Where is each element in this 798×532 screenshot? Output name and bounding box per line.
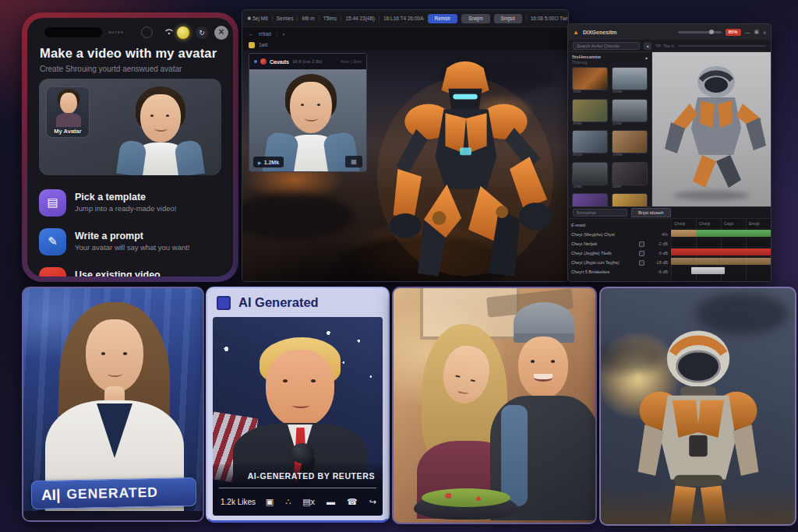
footer-divider — [219, 488, 376, 488]
props-tab[interactable]: Bnjsi tduseh — [631, 208, 671, 217]
jacket-shape — [116, 139, 147, 175]
suit-robot-illustration — [622, 325, 775, 524]
menu-item[interactable]: T5lmc — [319, 16, 337, 21]
scrub-line[interactable] — [678, 45, 766, 47]
asset-thumbnail[interactable] — [572, 67, 608, 90]
search-icon[interactable]: ● — [644, 42, 651, 50]
layout-icon[interactable]: ▣ — [754, 29, 760, 35]
asset-thumbnail[interactable] — [612, 162, 648, 185]
option-use-existing-video[interactable]: ▶ Use existing video Put your avatar int… — [39, 262, 226, 277]
timeline-track[interactable] — [671, 238, 771, 247]
smile-shape — [534, 374, 553, 382]
timeline-track[interactable] — [671, 266, 771, 275]
prop-label: Cheyt (Jhyjst curt Teyjhe) — [571, 260, 636, 265]
asset-thumbnail[interactable] — [572, 130, 608, 153]
share-graph-icon[interactable]: ∴ — [285, 497, 291, 507]
phone-mockup: aures ↻ × Make a video with my avatar Cr… — [22, 12, 238, 282]
thumbnail-grid: Vmte 5tmse Amjet 5yhse Mmjet Vyhse Smjet… — [572, 67, 648, 221]
tertiary-button[interactable]: Smjsd — [494, 14, 522, 23]
prop-label: Cheyt (Weyjche) Chysl — [571, 232, 644, 237]
option-desc: Your avatar will say what you want! — [75, 243, 190, 252]
mini-timeline[interactable]: Chsnjl Chsnjl Cstjsl Emsjlt — [671, 219, 771, 281]
action-icons: ▣ ∴ ▤x ▬ ☎ ↪ — [266, 497, 376, 507]
clip-segment[interactable] — [697, 230, 771, 237]
image-x-icon[interactable]: ▤x — [302, 497, 315, 507]
asset-thumbnail[interactable] — [612, 99, 648, 122]
menu-item[interactable]: ✱ 5ej M6 — [247, 16, 268, 22]
options-icon[interactable]: ± — [763, 30, 766, 35]
sheet-title: Make a video with my avatar — [40, 46, 217, 61]
render-button[interactable]: Remsir — [428, 14, 458, 23]
avatar-preview-card[interactable]: My Avatar — [39, 79, 221, 175]
refresh-button[interactable]: ↻ — [196, 26, 208, 39]
avatar-thumb-photo — [51, 89, 86, 126]
filter-label: TP: Tks-b — [655, 44, 674, 48]
menu-item[interactable]: Semies — [272, 16, 294, 21]
preview-robot-illustration — [659, 55, 768, 203]
timeline-track[interactable] — [671, 247, 771, 256]
menu-item[interactable]: M6 m — [297, 16, 314, 21]
minimize-icon[interactable]: — — [745, 30, 750, 35]
header-slider[interactable] — [678, 31, 722, 33]
nav-dot-icon[interactable]: ● — [282, 31, 285, 37]
clip-segment[interactable] — [671, 230, 697, 237]
comment-icon[interactable]: ▬ — [327, 497, 335, 507]
shirt-shape — [56, 113, 81, 127]
asset-thumbnail[interactable] — [572, 162, 608, 185]
thumb-caption: 5tmse — [613, 90, 648, 94]
sidebar-header: 5tsHmsamtw ▴ — [572, 55, 648, 60]
face-shape — [266, 350, 334, 428]
prop-checkbox[interactable] — [639, 260, 644, 266]
option-pick-template[interactable]: ▤ Pick a template Jump into a ready-made… — [39, 185, 226, 220]
option-write-prompt[interactable]: ✎ Write a prompt Your avatar will say wh… — [39, 224, 226, 259]
layer-label: 1wti — [259, 42, 268, 48]
my-avatar-thumbnail[interactable]: My Avatar — [46, 86, 90, 138]
editor-canvas[interactable]: Cavads 16:9 (ms 2:9b) 4ms | 3wb — [242, 50, 568, 281]
gallery-icon[interactable]: ▣ — [266, 497, 274, 507]
layer-color-swatch[interactable] — [249, 42, 255, 48]
face-shape — [86, 319, 143, 393]
close-icon[interactable]: × — [214, 26, 228, 40]
avatar-man-photo — [114, 85, 207, 175]
panel-body: 5tsHmsamtw ▴ Thsmsg Vmte 5tmse Amjet 5yh… — [568, 52, 771, 206]
thumb-caption: Amjet — [573, 122, 608, 126]
face-shape — [518, 336, 568, 399]
secondary-button[interactable]: Snajm — [461, 14, 489, 23]
slider-knob[interactable] — [709, 30, 714, 34]
timeline-track[interactable] — [671, 256, 771, 266]
video-editor-window: ✱ 5ej M6 Semies M6 m T5lmc 15:44 23(4B) … — [242, 9, 569, 282]
template-icon: ▤ — [39, 189, 66, 217]
props-tabrow: 5mmjsmjs Bnjsi tduseh — [568, 207, 771, 219]
rock-shape — [242, 193, 354, 240]
prop-value: 4% — [648, 232, 668, 237]
call-icon[interactable]: ☎ — [347, 497, 358, 507]
asset-thumbnail[interactable] — [612, 67, 648, 90]
webcam-titlebar[interactable]: Cavads 16:9 (ms 2:9b) 4ms | 3wb — [249, 54, 366, 69]
editor-menubar: ✱ 5ej M6 Semies M6 m T5lmc 15:44 23(4B) … — [242, 10, 568, 27]
props-field[interactable]: 5mmjsmjs — [573, 209, 627, 217]
option-title: Pick a template — [75, 192, 176, 204]
asset-preview[interactable] — [652, 52, 771, 206]
share-icon[interactable]: ↪ — [369, 497, 376, 507]
back-arrow-icon[interactable]: ← — [249, 31, 254, 37]
prop-checkbox[interactable] — [639, 251, 644, 256]
prop-checkbox[interactable] — [639, 241, 644, 247]
asset-thumbnail[interactable] — [572, 99, 608, 122]
ai-checkbox-icon[interactable] — [217, 296, 231, 310]
timeline-track[interactable] — [671, 228, 771, 238]
clip-segment[interactable] — [671, 248, 771, 255]
record-ring-icon — [141, 26, 153, 38]
collapse-icon[interactable]: ▴ — [645, 55, 648, 60]
ai-generated-banner: AI| GENERATED — [31, 477, 197, 509]
clip-segment[interactable] — [671, 258, 771, 265]
record-icon — [260, 58, 267, 65]
prop-label: Cheyt (Jeyjjhe) Tkelb — [571, 251, 636, 255]
asset-thumbnail[interactable] — [612, 130, 648, 153]
yellow-status-dot[interactable] — [177, 26, 189, 39]
prop-row: Cheyt (Jeyjjhe) Tkelb -9 dB — [571, 248, 668, 258]
webcam-title: Cavads — [270, 59, 289, 65]
scrollbar-handle[interactable] — [691, 267, 726, 274]
corner-grid-icon[interactable]: ▦ — [345, 156, 362, 167]
search-input[interactable]: Search An4er Chsnnls — [573, 42, 640, 50]
mouth-shape — [457, 388, 469, 394]
